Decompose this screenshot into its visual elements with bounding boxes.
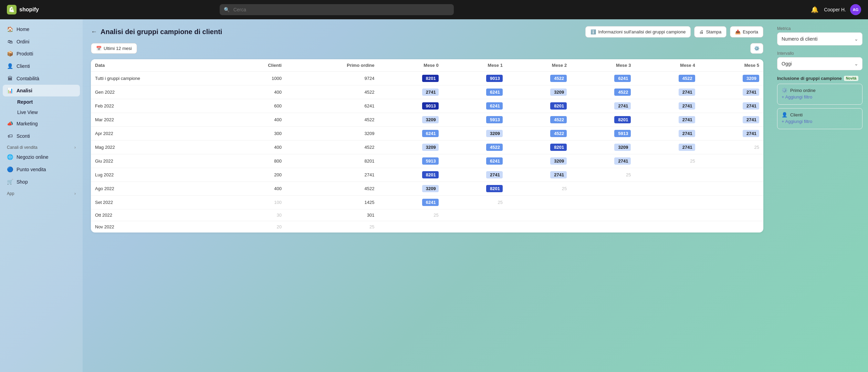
table-body: Tutti i gruppi campione10009724 8201 901…: [91, 72, 763, 233]
cell-mese: [443, 221, 507, 233]
cell-mese: 6241: [571, 72, 635, 85]
cell-mese: 2741: [378, 85, 442, 99]
app-expand-icon[interactable]: ›: [74, 191, 76, 196]
stampa-button[interactable]: 🖨 Stampa: [694, 26, 726, 38]
sidebar-item-home[interactable]: 🏠 Home: [3, 23, 80, 35]
sidebar-item-negozio-online[interactable]: 🌐 Negozio online: [3, 151, 80, 163]
table-row: Mar 20224004522 3209 5913 4522 8201 2741…: [91, 113, 763, 127]
cell-mese: [571, 196, 635, 209]
sidebar-item-ordini[interactable]: 🛍 Ordini: [3, 36, 80, 47]
home-icon: 🏠: [7, 26, 13, 32]
cell-data: Mag 2022: [91, 141, 229, 154]
table-row: Lug 20222002741 8201 2741 2741 25: [91, 168, 763, 182]
data-table-container: Data Clienti Primo ordine Mese 0 Mese 1 …: [91, 59, 763, 232]
stampa-button-label: Stampa: [706, 29, 721, 34]
cell-mese: [635, 209, 699, 221]
cell-mese: 8201: [571, 113, 635, 127]
sidebar-item-analisi[interactable]: 📊 Analisi: [3, 85, 80, 96]
cell-clienti: 800: [229, 154, 286, 168]
cell-mese: 25: [507, 182, 571, 196]
sidebar-item-liveview[interactable]: Live View: [3, 107, 80, 117]
cell-primo-ordine: 1425: [286, 196, 379, 209]
orders-icon: 🛍: [7, 39, 13, 44]
cell-mese: 2741: [571, 99, 635, 113]
table-row: Feb 20226006241 9013 6241 8201 2741 2741…: [91, 99, 763, 113]
sidebar-item-punto-vendita[interactable]: 🔵 Punto vendita: [3, 164, 80, 175]
sidebar-item-clienti[interactable]: 👤 Clienti: [3, 60, 80, 72]
cell-mese: [699, 154, 763, 168]
period-filter-button[interactable]: 📅 Ultimi 12 mesi: [91, 43, 137, 54]
cell-mese: [699, 221, 763, 233]
sidebar: 🏠 Home 🛍 Ordini 📦 Prodotti 👤 Clienti 🏛 C…: [0, 19, 83, 372]
sidebar-item-sconti[interactable]: 🏷 Sconti: [3, 130, 80, 142]
cell-mese: 2741: [571, 154, 635, 168]
col-primo-ordine: Primo ordine: [286, 59, 379, 72]
cell-mese: 6241: [443, 154, 507, 168]
primo-ordine-filter: ⚙️ Primo ordine + Aggiungi filtro: [777, 84, 862, 105]
cell-mese: 25: [571, 168, 635, 182]
settings-filter-button[interactable]: ⚙️: [750, 43, 763, 54]
cell-mese: 25: [378, 209, 442, 221]
sidebar-item-shop[interactable]: 🛒 Shop: [3, 176, 80, 188]
main-layout: 🏠 Home 🛍 Ordini 📦 Prodotti 👤 Clienti 🏛 C…: [0, 19, 868, 372]
cell-clienti: 30: [229, 209, 286, 221]
cell-data: Nov 2022: [91, 221, 229, 233]
cell-mese: 6241: [443, 99, 507, 113]
canali-expand-icon[interactable]: ›: [74, 145, 76, 150]
cell-mese: 3209: [699, 72, 763, 85]
cell-mese: [635, 168, 699, 182]
add-primo-ordine-filter-button[interactable]: + Aggiungi filtro: [782, 93, 812, 101]
person-icon: 👤: [782, 112, 787, 117]
cell-mese: 4522: [571, 85, 635, 99]
sidebar-item-prodotti[interactable]: 📦 Prodotti: [3, 48, 80, 60]
avatar: AG: [850, 4, 861, 15]
cell-mese: [507, 209, 571, 221]
cell-mese: 4522: [507, 127, 571, 141]
cell-mese: [635, 196, 699, 209]
sidebar-item-liveview-label: Live View: [17, 110, 38, 115]
shopify-logo: shopify: [7, 5, 39, 14]
calendar-icon: 📅: [96, 46, 102, 51]
intervallo-select-wrapper: Oggi Settimana Mese: [777, 57, 862, 70]
sidebar-item-marketing[interactable]: 📣 Marketing: [3, 118, 80, 130]
info-button[interactable]: ℹ️ Informazioni sull'analisi dei gruppi …: [585, 26, 691, 38]
cell-data: Lug 2022: [91, 168, 229, 182]
analytics-icon: 📊: [7, 87, 13, 94]
table-row: Nov 20222025: [91, 221, 763, 233]
cell-mese: 5913: [571, 127, 635, 141]
primo-ordine-label: Primo ordine: [790, 88, 816, 93]
shop-icon: 🛒: [7, 179, 13, 185]
cell-mese: 8201: [507, 141, 571, 154]
intervallo-select[interactable]: Oggi Settimana Mese: [777, 57, 862, 70]
esporta-button[interactable]: 📤 Esporta: [730, 26, 763, 38]
sidebar-item-contabilita-label: Contabilità: [17, 76, 39, 81]
metrica-select[interactable]: Numero di clienti Percentuale ritenzione…: [777, 32, 862, 45]
cell-clienti: 100: [229, 196, 286, 209]
cell-mese: [507, 221, 571, 233]
topnav: shopify 🔍 🔔 Cooper H. AG: [0, 0, 868, 19]
sidebar-item-analisi-label: Analisi: [17, 88, 32, 93]
cell-mese: 4522: [443, 141, 507, 154]
table-row: Tutti i gruppi campione10009724 8201 901…: [91, 72, 763, 85]
search-input[interactable]: [220, 4, 454, 15]
cell-primo-ordine: 6241: [286, 99, 379, 113]
shopify-logo-icon: [7, 5, 17, 14]
shopify-wordmark: shopify: [19, 7, 39, 13]
cell-mese: 8201: [443, 182, 507, 196]
sidebar-item-report[interactable]: Report: [3, 97, 80, 107]
cell-mese: [378, 221, 442, 233]
cell-primo-ordine: 4522: [286, 113, 379, 127]
cell-clienti: 400: [229, 182, 286, 196]
period-filter-label: Ultimi 12 mesi: [104, 46, 132, 51]
cell-data: Gen 2022: [91, 85, 229, 99]
cell-primo-ordine: 25: [286, 221, 379, 233]
cell-mese: 3209: [507, 154, 571, 168]
sidebar-item-shop-label: Shop: [17, 179, 28, 185]
add-clienti-filter-button[interactable]: + Aggiungi filtro: [782, 117, 812, 125]
cell-mese: 3209: [507, 85, 571, 99]
back-button[interactable]: ←: [91, 28, 97, 35]
cell-mese: 2741: [699, 85, 763, 99]
notification-bell-button[interactable]: 🔔: [809, 4, 820, 15]
sidebar-item-contabilita[interactable]: 🏛 Contabilità: [3, 73, 80, 84]
cell-mese: 2741: [635, 85, 699, 99]
